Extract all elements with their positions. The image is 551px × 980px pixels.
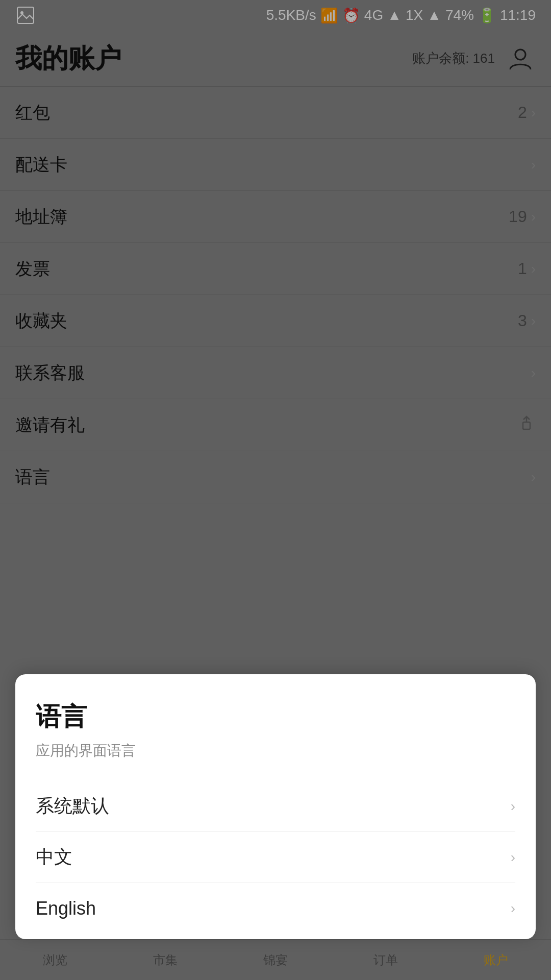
- language-option-label-chinese: 中文: [36, 845, 72, 870]
- modal-items-list: 系统默认›中文›English›: [36, 781, 515, 934]
- language-option-label-english: English: [36, 898, 96, 919]
- modal-subtitle: 应用的界面语言: [36, 741, 515, 761]
- chevron-right-icon: ›: [511, 798, 515, 815]
- chevron-right-icon: ›: [511, 900, 515, 917]
- language-option-label-system: 系统默认: [36, 794, 109, 819]
- chevron-right-icon: ›: [511, 849, 515, 866]
- language-modal: 语言 应用的界面语言 系统默认›中文›English›: [15, 674, 536, 939]
- language-option-english[interactable]: English›: [36, 883, 515, 934]
- modal-title: 语言: [36, 700, 515, 734]
- language-option-chinese[interactable]: 中文›: [36, 832, 515, 883]
- language-option-system[interactable]: 系统默认›: [36, 781, 515, 832]
